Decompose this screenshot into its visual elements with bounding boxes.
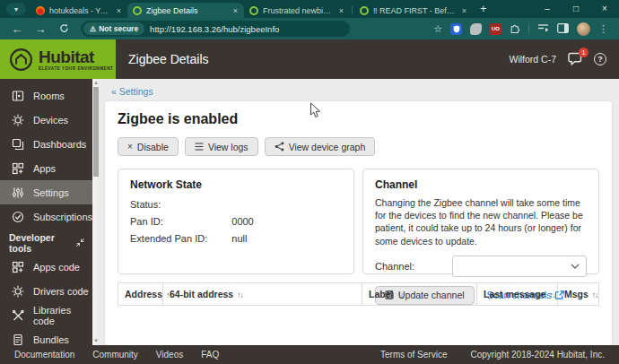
developer-tools-header[interactable]: Developer tools — [0, 231, 92, 255]
media-controls-icon[interactable] — [537, 21, 549, 37]
sidebar-scrollbar[interactable]: ▲ ▼ — [92, 79, 97, 345]
tab-hotukdeals[interactable]: hotukdeals - Your No.1 Deals & × — [31, 3, 127, 18]
sidebar-item-label: Rooms — [33, 91, 65, 101]
footer-link-community[interactable]: Community — [92, 350, 138, 360]
profile-avatar[interactable] — [577, 22, 590, 36]
apps-code-icon — [12, 261, 24, 273]
notifications-button[interactable]: 1 — [567, 52, 583, 66]
help-button[interactable]: ? — [594, 53, 606, 65]
ublock-extension-icon[interactable]: UO — [490, 23, 501, 35]
hubitat-favicon-icon — [360, 6, 369, 15]
tab-close-icon[interactable]: × — [232, 6, 239, 15]
side-panel-icon[interactable] — [557, 21, 569, 37]
hubitat-logo[interactable]: Hubitat ELEVATE YOUR ENVIRONMENT — [0, 39, 116, 79]
tab-title: hotukdeals - Your No.1 Deals & — [49, 6, 111, 15]
footer-link-faq[interactable]: FAQ — [201, 350, 219, 360]
sidebar-item-rooms[interactable]: Rooms — [0, 83, 92, 108]
extended-pan-id-label: Extended Pan ID: — [130, 233, 231, 244]
browser-menu-kebab-icon[interactable]: ⋮ — [598, 23, 608, 35]
tab-zigbee-details[interactable]: Zigbee Details × — [127, 3, 244, 18]
url-text: http://192.168.3.26/hub/zigbeeInfo — [150, 24, 279, 34]
sidebar-item-label: Subscriptions — [33, 212, 92, 222]
rooms-icon — [12, 90, 24, 102]
disable-label: Disable — [137, 142, 169, 152]
pan-id-value: 0000 — [231, 216, 253, 227]
sort-icon[interactable]: ↑↓ — [237, 290, 243, 299]
footer-terms-link[interactable]: Terms of Service — [380, 350, 447, 360]
collapse-section-icon[interactable] — [75, 238, 85, 249]
hubitat-house-icon — [9, 48, 33, 72]
network-state-title: Network State — [130, 178, 342, 191]
tab-close-icon[interactable]: × — [116, 6, 122, 15]
sidebar-item-apps[interactable]: Apps — [0, 156, 92, 180]
reload-button[interactable] — [54, 22, 74, 36]
view-device-graph-button[interactable]: View device graph — [265, 137, 376, 156]
back-button[interactable]: ← — [7, 22, 27, 36]
extensions-puzzle-icon[interactable] — [510, 21, 520, 37]
forward-button[interactable]: → — [31, 22, 50, 36]
main-content: « Settings Zigbee is enabled × Disable V… — [97, 79, 619, 345]
app-header: Hubitat ELEVATE YOUR ENVIRONMENT Zigbee … — [0, 39, 619, 79]
tab-title: ‼ READ FIRST - Before Posting — [373, 6, 457, 15]
column-header-address[interactable]: Address↑↓ — [118, 283, 163, 306]
tab-search-button[interactable]: ▾ — [6, 3, 26, 15]
scrollbar-down-arrow-icon[interactable]: ▼ — [92, 337, 100, 345]
disable-button[interactable]: × Disable — [118, 137, 179, 156]
sidebar-item-drivers-code[interactable]: Drivers code — [0, 279, 92, 303]
column-header-64bit-address[interactable]: 64-bit address↑↓ — [163, 283, 362, 306]
tab-title: Zigbee Details — [146, 6, 228, 15]
scrollbar-thumb[interactable] — [93, 87, 99, 177]
sidebar-item-bundles[interactable]: Bundles — [0, 327, 92, 351]
logo-tagline: ELEVATE YOUR ENVIRONMENT — [39, 66, 113, 71]
update-channel-label: Update channel — [398, 290, 465, 300]
reload-icon — [59, 23, 69, 33]
password-manager-extension-icon[interactable] — [450, 23, 462, 35]
extension-icon[interactable] — [470, 23, 482, 35]
window-maximize-button[interactable]: □ — [562, 0, 590, 18]
window-minimize-button[interactable]: – — [533, 0, 562, 18]
sort-icon[interactable]: ↑↓ — [592, 290, 598, 299]
breadcrumb[interactable]: « Settings — [111, 86, 612, 97]
tab-close-icon[interactable]: × — [461, 6, 467, 15]
sidebar-item-label: Libraries code — [33, 305, 92, 326]
sidebar-item-dashboards[interactable]: Dashboards — [0, 132, 92, 156]
not-secure-chip[interactable]: ⚠ Not secure — [83, 22, 144, 35]
sidebar-item-devices[interactable]: Devices — [0, 108, 92, 132]
sidebar-item-settings[interactable]: Settings — [0, 180, 92, 204]
tab-frustrated-newbie[interactable]: Frustrated newbie - unable to s × — [244, 3, 350, 18]
x-icon: × — [127, 142, 133, 152]
bookmark-star-icon[interactable]: ☆ — [433, 23, 442, 35]
view-logs-button[interactable]: View logs — [185, 137, 258, 156]
tab-close-icon[interactable]: × — [338, 6, 344, 15]
page-title: Zigbee Details — [128, 52, 209, 66]
sidebar-item-apps-code[interactable]: Apps code — [0, 255, 92, 279]
apps-grid-icon — [12, 162, 24, 175]
network-state-row: Pan ID: 0000 — [130, 216, 342, 227]
sidebar-item-label: Drivers code — [33, 286, 89, 297]
scrollbar-up-arrow-icon[interactable]: ▲ — [92, 79, 100, 87]
view-device-graph-label: View device graph — [289, 142, 366, 152]
footer-link-documentation[interactable]: Documentation — [14, 350, 74, 360]
hubitat-favicon-icon — [249, 6, 258, 15]
channel-select[interactable] — [452, 256, 587, 277]
chevron-down-icon: ▾ — [14, 5, 18, 13]
new-tab-button[interactable]: + — [480, 2, 487, 15]
address-bar[interactable]: ⚠ Not secure http://192.168.3.26/hub/zig… — [81, 21, 350, 37]
sidebar-item-label: Dashboards — [33, 139, 86, 150]
sidebar-item-label: Apps code — [33, 262, 80, 273]
hubitat-favicon-icon — [133, 6, 142, 15]
window-close-button[interactable]: × — [590, 0, 619, 18]
channel-title: Channel — [375, 178, 587, 191]
sidebar-item-label: Apps — [33, 163, 56, 174]
sidebar-item-libraries-code[interactable]: Libraries code — [0, 303, 92, 327]
sort-icon[interactable]: ↑↓ — [549, 290, 555, 299]
tab-read-first[interactable]: ‼ READ FIRST - Before Posting × — [354, 3, 473, 18]
deals-favicon-icon — [36, 6, 45, 15]
tab-title: Frustrated newbie - unable to s — [263, 6, 334, 15]
sidebar-item-label: Bundles — [33, 334, 69, 345]
sort-icon[interactable]: ↑↓ — [397, 290, 403, 299]
shield-icon — [453, 25, 460, 33]
network-state-row: Status: — [130, 199, 342, 210]
footer-link-videos[interactable]: Videos — [156, 350, 183, 360]
sidebar-item-subscriptions[interactable]: Subscriptions — [0, 204, 92, 229]
